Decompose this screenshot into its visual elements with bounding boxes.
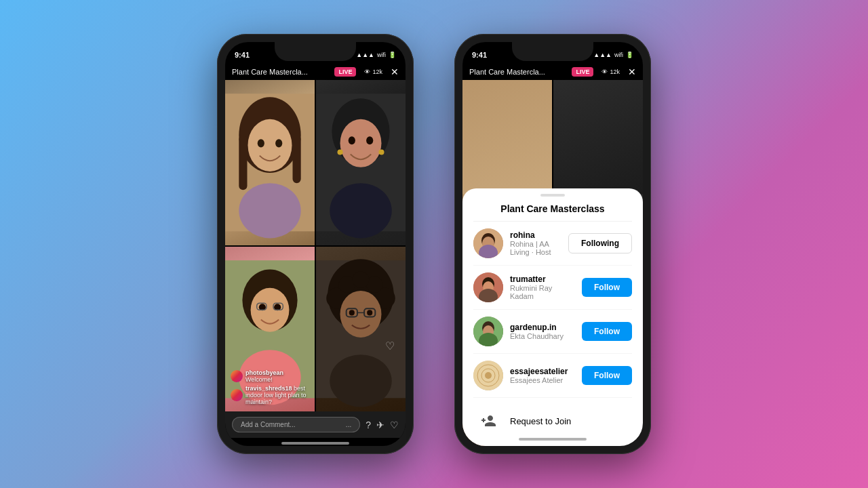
avatar-gardenup-img xyxy=(473,317,503,346)
comment-2: travis_shreds18 best indoor low light pl… xyxy=(231,385,309,405)
viewer-count-right: 12k xyxy=(610,68,620,75)
svg-point-15 xyxy=(330,183,391,238)
wifi-icon: wifi xyxy=(377,52,386,58)
svg-point-5 xyxy=(258,139,264,147)
heart-icon[interactable]: ♡ xyxy=(390,420,399,430)
username-rohina: rohina xyxy=(510,230,561,240)
svg-point-36 xyxy=(349,310,355,315)
comment-icons: ? ✈ ♡ xyxy=(366,420,399,430)
status-icons-left: ▲▲▲ wifi 🔋 xyxy=(356,52,396,58)
close-button-left[interactable]: ✕ xyxy=(391,66,399,77)
comment-input[interactable]: Add a Comment... ... xyxy=(232,417,360,432)
request-join-text: Request to Join xyxy=(510,416,571,426)
left-phone: 9:41 ▲▲▲ wifi 🔋 Plant Care Mastercla... … xyxy=(217,34,414,454)
request-join-row[interactable]: Request to Join xyxy=(473,398,632,434)
eye-icon-r: 👁 xyxy=(601,68,608,75)
comment-1: photosbyean Welcome! xyxy=(231,369,309,383)
user-info-rohina: rohina Rohina | AA Living · Host xyxy=(510,230,561,256)
svg-point-39 xyxy=(330,354,391,407)
avatar-rohina-img xyxy=(473,228,503,258)
panel-user-list: rohina Rohina | AA Living · Host Followi… xyxy=(462,222,643,434)
phone-notch-right xyxy=(512,42,593,61)
eye-icon: 👁 xyxy=(364,68,370,75)
follow-btn-gardenup[interactable]: Follow xyxy=(582,322,632,341)
video-cell-3: photosbyean Welcome! travis_shreds18 bes… xyxy=(225,247,315,412)
live-header-left: Plant Care Mastercla... LIVE 👁 12k ✕ xyxy=(225,64,406,80)
comment-bar: Add a Comment... ... ? ✈ ♡ xyxy=(225,411,406,438)
svg-point-69 xyxy=(485,372,492,379)
avatar-essajees-img xyxy=(473,361,503,390)
follow-btn-essajees[interactable]: Follow xyxy=(582,366,632,385)
comment-1-avatar xyxy=(231,370,243,382)
right-phone-screen: 9:41 ▲▲▲ wifi 🔋 Plant Care Mastercla... … xyxy=(462,42,643,446)
svg-point-13 xyxy=(337,149,342,155)
avatar-trumatter-img xyxy=(473,272,503,302)
status-time-right: 9:41 xyxy=(472,51,487,59)
comment-1-username: photosbyean xyxy=(245,369,283,376)
svg-rect-2 xyxy=(239,135,247,190)
subtitle-essajees: Essajees Atelier xyxy=(510,376,575,384)
user-row-rohina: rohina Rohina | AA Living · Host Followi… xyxy=(473,222,632,266)
subtitle-rohina: Rohina | AA Living · Host xyxy=(510,240,561,256)
home-indicator-left xyxy=(281,442,349,445)
live-meta-left: LIVE 👁 12k ✕ xyxy=(334,66,399,77)
person-1-svg xyxy=(225,80,315,245)
phone-notch xyxy=(275,42,356,61)
status-icons-right: ▲▲▲ wifi 🔋 xyxy=(593,52,633,58)
comment-placeholder: Add a Comment... xyxy=(241,421,296,428)
svg-rect-3 xyxy=(293,135,301,183)
user-row-gardenup: gardenup.in Ekta Chaudhary Follow xyxy=(473,310,632,354)
user-row-trumatter: trumatter Rukmini Ray Kadam Follow xyxy=(473,266,632,310)
username-gardenup: gardenup.in xyxy=(510,323,575,332)
send-icon[interactable]: ✈ xyxy=(376,420,384,430)
close-button-right[interactable]: ✕ xyxy=(628,66,636,77)
signal-icon: ▲▲▲ xyxy=(356,52,374,58)
live-viewers-right: 👁 12k xyxy=(597,67,624,77)
live-viewers-left: 👁 12k xyxy=(360,67,387,77)
avatar-essajees xyxy=(473,361,503,390)
live-badge-right: LIVE xyxy=(572,67,593,77)
user-info-essajees: essajeesatelier Essajees Atelier xyxy=(510,367,575,384)
panel-title: Plant Care Masterclass xyxy=(473,201,632,222)
battery-icon: 🔋 xyxy=(389,52,396,58)
comment-2-text: travis_shreds18 best indoor low light pl… xyxy=(245,385,309,405)
request-join-icon xyxy=(473,406,503,434)
svg-point-37 xyxy=(367,310,372,315)
svg-point-19 xyxy=(251,287,290,331)
right-phone: 9:41 ▲▲▲ wifi 🔋 Plant Care Mastercla... … xyxy=(454,34,651,454)
svg-point-6 xyxy=(275,139,282,147)
live-header-right: Plant Care Mastercla... LIVE 👁 12k ✕ xyxy=(462,64,643,80)
follow-btn-rohina[interactable]: Following xyxy=(568,233,632,253)
user-info-trumatter: trumatter Rukmini Ray Kadam xyxy=(510,274,575,300)
svg-text:♡: ♡ xyxy=(385,340,395,352)
bottom-panel: Plant Care Masterclass xyxy=(462,188,643,446)
video-grid-left: photosbyean Welcome! travis_shreds18 bes… xyxy=(225,80,406,411)
question-icon[interactable]: ? xyxy=(366,420,371,430)
status-time-left: 9:41 xyxy=(235,51,250,59)
comments-overlay: photosbyean Welcome! travis_shreds18 bes… xyxy=(225,365,315,411)
username-essajees: essajeesatelier xyxy=(510,367,575,376)
comment-dots: ... xyxy=(346,421,351,428)
svg-point-14 xyxy=(378,149,384,155)
signal-icon-r: ▲▲▲ xyxy=(593,52,612,58)
follow-btn-trumatter[interactable]: Follow xyxy=(582,278,632,297)
left-phone-screen: 9:41 ▲▲▲ wifi 🔋 Plant Care Mastercla... … xyxy=(225,42,406,446)
battery-icon-r: 🔋 xyxy=(626,52,633,58)
live-title-right: Plant Care Mastercla... xyxy=(469,68,545,76)
video-cell-1 xyxy=(225,80,315,245)
person-4-svg: ♡ xyxy=(316,247,406,412)
person-add-icon xyxy=(480,413,496,429)
wifi-icon-r: wifi xyxy=(614,52,623,58)
subtitle-trumatter: Rukmini Ray Kadam xyxy=(510,284,575,300)
svg-point-4 xyxy=(248,119,292,171)
comment-2-username: travis_shreds18 xyxy=(245,385,292,392)
comment-1-body: Welcome! xyxy=(245,376,273,383)
svg-point-7 xyxy=(239,183,300,238)
live-title-left: Plant Care Mastercla... xyxy=(232,68,308,76)
video-cell-4: ♡ xyxy=(316,247,406,412)
svg-point-11 xyxy=(349,136,355,144)
username-trumatter: trumatter xyxy=(510,274,575,284)
panel-home-indicator xyxy=(519,438,587,441)
person-2-svg xyxy=(316,80,406,245)
phones-container: 9:41 ▲▲▲ wifi 🔋 Plant Care Mastercla... … xyxy=(217,34,651,454)
